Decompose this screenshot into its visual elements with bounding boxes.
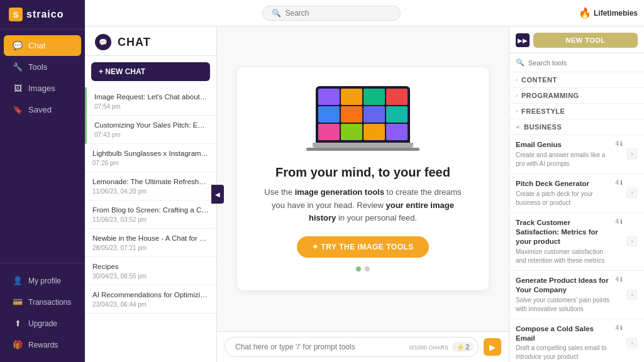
welcome-title: From your mind, to your feed (262, 165, 464, 180)
content-layout: 💬 CHAT + NEW CHAT Image Request: Let's C… (85, 26, 644, 362)
chat-item-time: 30/04/23, 08:56 pm (92, 273, 209, 280)
tool-item-generate-ideas[interactable]: Generate Product Ideas for Your Company … (509, 271, 644, 319)
lifetimebies-logo: 🔥 Lifetimebies (579, 7, 638, 19)
tool-arrow-icon[interactable]: › (626, 148, 638, 160)
chat-item-time: 28/05/23, 07:21 pm (92, 244, 209, 251)
list-item[interactable]: Customizing Your Sales Pitch: Enhancing … (85, 116, 216, 144)
chat-header-icon: 💬 (95, 34, 111, 50)
expand-icon[interactable]: ▶▶ (516, 33, 530, 47)
search-box[interactable]: 🔍 (262, 6, 401, 21)
category-programming[interactable]: › PROGRAMMING (509, 88, 644, 104)
tool-item-email-genius[interactable]: Email Genius Create and answer emails li… (509, 135, 644, 174)
tool-rating: 4 ℹ (615, 324, 623, 331)
list-item[interactable]: Newbie in the House - A Chat for First-T… (85, 229, 216, 257)
sidebar-bottom: 👤 My profile 💳 Transactions ⬆ Upgrade 🎁 … (0, 263, 85, 362)
tools-search: 🔍 (509, 53, 644, 72)
sidebar-item-myprofile[interactable]: 👤 My profile (4, 270, 81, 291)
list-item[interactable]: Recipes 30/04/23, 08:56 pm (85, 257, 216, 285)
category-business[interactable]: ∨ BUSINESS (509, 119, 644, 135)
brand-name: Lifetimebies (594, 9, 638, 18)
credit-badge: ⚡ 2 (452, 343, 474, 352)
sidebar-item-images[interactable]: 🖼 Images (4, 78, 81, 99)
chat-item-time: 23/04/23, 06:44 pm (92, 301, 209, 308)
sidebar-item-chat[interactable]: 💬 Chat (4, 35, 81, 56)
tool-item-pitch-deck[interactable]: Pitch Deck Generator Create a pitch deck… (509, 174, 644, 213)
screen-cell (318, 106, 340, 123)
sidebar: S straico 💬 Chat 🔧 Tools 🖼 Images 🔖 Save… (0, 0, 85, 362)
laptop-foot (306, 148, 419, 151)
tools-search-input[interactable] (528, 59, 638, 67)
tool-rating: 4 ℹ (615, 276, 623, 283)
list-item[interactable]: AI Recommendations for Optimizing Video … (85, 285, 216, 314)
sidebar-item-upgrade[interactable]: ⬆ Upgrade (4, 313, 81, 334)
laptop-screen (316, 86, 410, 143)
list-item[interactable]: Image Request: Let's Chat about Your Vis… (85, 87, 216, 116)
category-freestyle[interactable]: › FREESTYLE (509, 104, 644, 119)
chevron-right-icon: › (516, 108, 518, 114)
screen-cell (318, 124, 340, 140)
tools-panel-header: ▶▶ NEW TOOL (509, 26, 644, 53)
screen-cell (364, 106, 385, 123)
chat-list: Image Request: Let's Chat about Your Vis… (85, 85, 216, 362)
tool-desc: Draft a compelling sales email to introd… (516, 344, 611, 361)
tool-arrow-icon[interactable]: › (626, 337, 638, 349)
chat-icon: 💬 (13, 41, 23, 50)
chevron-right-icon: › (516, 92, 518, 99)
tool-item-cold-sales[interactable]: Compose a Cold Sales Email Draft a compe… (509, 319, 644, 362)
new-tool-button[interactable]: NEW TOOL (533, 33, 638, 48)
saved-icon: 🔖 (13, 105, 23, 114)
chat-title: CHAT (118, 36, 151, 49)
collapse-button[interactable]: ◀ (211, 185, 224, 204)
tool-desc: Create and answer emails like a pro with… (516, 151, 611, 168)
sidebar-label-upgrade: Upgrade (28, 319, 57, 328)
tool-rating: 4 ℹ (615, 140, 623, 147)
chat-item-title: Image Request: Let's Chat about Your Vis… (94, 92, 209, 102)
chat-item-title: Lightbulb Sunglasses x Instagram Reel: T… (92, 149, 209, 158)
tool-arrow-icon[interactable]: › (626, 187, 638, 199)
tool-item-track-customer[interactable]: Track Customer Satisfaction: Metrics for… (509, 213, 644, 271)
tool-content: Compose a Cold Sales Email Draft a compe… (516, 324, 611, 362)
category-content[interactable]: › CONTENT (509, 72, 644, 88)
list-item[interactable]: From Blog to Screen: Crafting a Captivat… (85, 200, 216, 229)
search-input[interactable] (285, 9, 386, 18)
sidebar-label-transactions: Transactions (28, 298, 71, 307)
sidebar-item-transactions[interactable]: 💳 Transactions (4, 292, 81, 312)
try-image-tools-button[interactable]: ✦ TRY THE IMAGE TOOLS (297, 236, 429, 258)
search-icon: 🔍 (516, 58, 525, 67)
tool-desc: Maximize customer satisfaction and reten… (516, 248, 611, 265)
main-area: 🔍 🔥 Lifetimebies 💬 CHAT + NEW CHAT Image… (85, 0, 644, 362)
list-item[interactable]: Lightbulb Sunglasses x Instagram Reel: T… (85, 144, 216, 172)
chat-input-wrapper: 0/1000 CHARS ⚡ 2 (225, 337, 479, 357)
send-button[interactable]: ▶ (484, 338, 501, 356)
list-item[interactable]: Lemonade: The Ultimate Refreshment – Fro… (85, 172, 216, 200)
tool-arrow-icon[interactable]: › (626, 289, 638, 300)
carousel-dot-2[interactable] (365, 266, 370, 272)
tool-content: Track Customer Satisfaction: Metrics for… (516, 218, 611, 265)
chat-item-title: Newbie in the House - A Chat for First-T… (92, 234, 209, 243)
tool-desc: Create a pitch deck for your business or… (516, 190, 611, 207)
sidebar-item-rewards[interactable]: 🎁 Rewards (4, 334, 81, 355)
sidebar-label-myprofile: My profile (28, 277, 61, 285)
sidebar-item-saved[interactable]: 🔖 Saved (4, 99, 81, 120)
chat-item-time: 07:26 pm (92, 160, 209, 167)
tool-title: Pitch Deck Generator (516, 179, 611, 189)
tool-rating: 4 ℹ (615, 179, 623, 186)
tool-desc: Solve your customers' pain points with i… (516, 296, 611, 314)
tool-arrow-icon[interactable]: › (626, 236, 638, 247)
desc-prefix: Use the (264, 187, 294, 197)
sidebar-item-tools[interactable]: 🔧 Tools (4, 57, 81, 77)
search-icon: 🔍 (272, 9, 281, 18)
desc-suffix: in your personal feed. (336, 213, 417, 222)
flame-icon: 🔥 (579, 7, 591, 19)
chat-item-time: 07:43 pm (94, 131, 209, 138)
category-label: FREESTYLE (521, 107, 565, 115)
new-chat-button[interactable]: + NEW CHAT (91, 62, 210, 81)
carousel-dot-1[interactable] (356, 266, 361, 272)
sidebar-label-images: Images (28, 84, 55, 93)
screen-cell (318, 89, 340, 105)
screen-cell (364, 89, 385, 105)
screen-cell (341, 106, 362, 123)
tool-content: Generate Product Ideas for Your Company … (516, 276, 611, 314)
screen-cell (386, 124, 408, 140)
info-icon: ℹ (620, 324, 623, 331)
